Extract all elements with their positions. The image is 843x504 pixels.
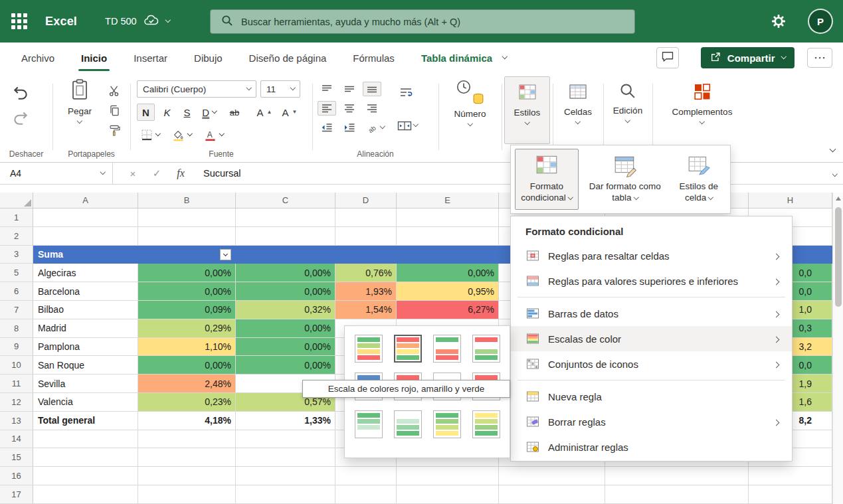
cell-B12[interactable]: 0,23% [138, 393, 236, 412]
cell-A12[interactable]: Valencia [33, 393, 138, 412]
row-header-16[interactable]: 16 [0, 467, 33, 485]
cell-B14[interactable] [138, 430, 236, 449]
color-scale-verde-blanco[interactable] [355, 410, 383, 438]
cell-C1[interactable] [236, 209, 335, 227]
align-left-button[interactable] [318, 101, 336, 116]
tab-formulas[interactable]: Fórmulas [339, 42, 408, 73]
wrap-text-button[interactable] [395, 84, 417, 101]
color-scale-verde-amarillo[interactable] [433, 410, 461, 438]
cell-E16[interactable] [397, 467, 499, 485]
app-launcher-icon[interactable] [11, 13, 27, 29]
font-size-combo[interactable]: 11 [260, 80, 300, 98]
menu-item-escalas-de-color[interactable]: Escalas de color [511, 326, 792, 351]
row-header-1[interactable]: 1 [0, 209, 33, 227]
cell-C13[interactable]: 1,33% [236, 412, 335, 430]
styles-panel-item-estilos-de-celda[interactable]: Estilos de celda [672, 149, 726, 210]
cell-G16[interactable] [605, 467, 749, 485]
row-header-9[interactable]: 9 [0, 338, 33, 357]
borders-button[interactable] [137, 126, 163, 143]
cell-D17[interactable] [335, 485, 397, 504]
cell-C7[interactable]: 0,32% [236, 301, 335, 319]
column-header-e[interactable]: E [397, 193, 499, 209]
menu-item-nueva-regla[interactable]: Nueva regla [511, 384, 792, 409]
cell-B7[interactable]: 0,09% [138, 301, 236, 319]
column-header-d[interactable]: D [335, 193, 397, 209]
cell-B5[interactable]: 0,00% [138, 264, 236, 282]
formula-content[interactable]: Sucursal [203, 168, 240, 179]
grow-font-button[interactable]: A▲ [254, 104, 275, 121]
cell-H16[interactable] [749, 467, 832, 485]
cell-C8[interactable]: 0,00% [236, 319, 335, 338]
row-header-13[interactable]: 13 [0, 412, 33, 430]
cell-D1[interactable] [335, 209, 397, 227]
cell-B9[interactable]: 1,10% [138, 338, 236, 357]
cut-button[interactable] [106, 82, 123, 98]
ribbon-overflow-button[interactable]: ⋯ [807, 48, 832, 68]
cell-B13[interactable]: 4,18% [138, 412, 236, 430]
color-scale-amarillo-verde[interactable] [472, 410, 500, 438]
avatar[interactable]: P [808, 9, 833, 34]
cell-C10[interactable]: 0,00% [236, 356, 335, 375]
row-header-6[interactable]: 6 [0, 282, 33, 301]
cell-H17[interactable] [749, 485, 832, 504]
share-button[interactable]: Compartir [701, 47, 795, 68]
tab-archivo[interactable]: Archivo [8, 42, 68, 73]
cell-A8[interactable]: Madrid [33, 319, 138, 338]
merge-center-button[interactable] [392, 117, 422, 134]
number-format-button[interactable]: Número [444, 78, 496, 127]
row-header-2[interactable]: 2 [0, 227, 33, 246]
cell-A5[interactable]: Algeciras [33, 264, 138, 282]
row-header-3[interactable]: 3 [0, 246, 33, 264]
cell-B11[interactable]: 2,48% [138, 375, 236, 393]
cell-B15[interactable] [138, 448, 236, 467]
cell-A17[interactable] [33, 485, 138, 504]
expand-formula-bar-button[interactable] [833, 167, 837, 179]
menu-item-reglas-para-resaltar-celdas[interactable]: Reglas para resaltar celdas [511, 243, 792, 268]
cell-E1[interactable] [397, 209, 499, 227]
row-header-12[interactable]: 12 [0, 393, 33, 412]
cell-B8[interactable]: 0,29% [138, 319, 236, 338]
addins-button[interactable]: Complementos [662, 76, 742, 144]
cell-D16[interactable] [335, 467, 397, 485]
cell-A6[interactable]: Barcelona [33, 282, 138, 301]
vertical-scrollbar[interactable] [832, 193, 843, 504]
cell-A16[interactable] [33, 467, 138, 485]
fill-color-button[interactable] [169, 126, 195, 143]
cell-A10[interactable]: San Roque [33, 356, 138, 375]
cell-C17[interactable] [236, 485, 335, 504]
orientation-button[interactable]: ab [363, 120, 388, 135]
cell-C15[interactable] [236, 448, 335, 467]
scrollbar-thumb[interactable] [835, 207, 842, 307]
cell-F17[interactable] [499, 485, 605, 504]
cell-A1[interactable] [33, 209, 138, 227]
cell-C2[interactable] [236, 227, 335, 246]
cell-B2[interactable] [138, 227, 236, 246]
cell-F16[interactable] [499, 467, 605, 485]
font-color-button[interactable]: A [201, 126, 227, 143]
cell-A11[interactable]: Sevilla [33, 375, 138, 393]
cell-E5[interactable]: 0,00% [397, 264, 499, 282]
cell-B10[interactable]: 0,00% [138, 356, 236, 375]
cell-B6[interactable]: 0,00% [138, 282, 236, 301]
collapse-ribbon-button[interactable] [830, 143, 835, 155]
cells-button[interactable]: Celdas [557, 76, 599, 144]
row-header-11[interactable]: 11 [0, 375, 33, 393]
menu-item-borrar-reglas[interactable]: Borrar reglas [511, 409, 792, 434]
align-middle-button[interactable] [340, 82, 359, 96]
underline-button[interactable]: S [178, 104, 196, 121]
column-header-h[interactable]: H [749, 193, 832, 209]
double-underline-button[interactable]: D [197, 104, 222, 121]
filter-dropdown-button[interactable] [220, 249, 231, 260]
tab-tabla-dinamica[interactable]: Tabla dinámica [408, 42, 520, 73]
insert-function-button[interactable]: fx [169, 163, 193, 184]
bold-button[interactable]: N [137, 104, 155, 121]
cell-A14[interactable] [33, 430, 138, 449]
undo-button[interactable] [11, 82, 31, 102]
cell-A15[interactable] [33, 448, 138, 467]
search-bar[interactable]: Buscar herramientas, ayuda y mucho más (… [210, 9, 635, 34]
comments-button[interactable] [656, 47, 679, 68]
select-all-corner[interactable] [0, 193, 33, 209]
cell-B1[interactable] [138, 209, 236, 227]
tab-diseno-de-pagina[interactable]: Diseño de página [236, 42, 340, 73]
scroll-up-arrow-icon[interactable] [836, 197, 841, 201]
